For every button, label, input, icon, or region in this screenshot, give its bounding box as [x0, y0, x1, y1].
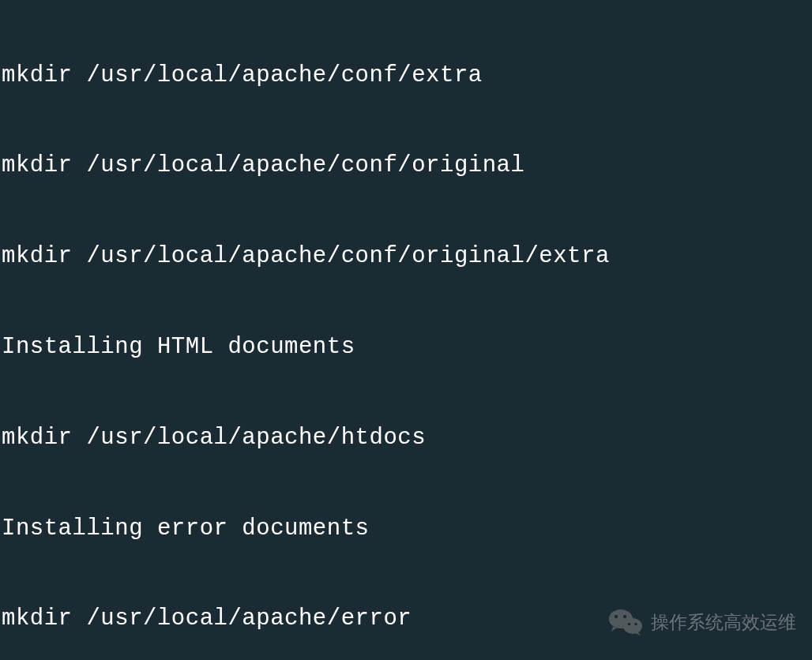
terminal-line: Installing HTML documents — [2, 332, 812, 362]
svg-point-5 — [634, 623, 637, 626]
svg-point-4 — [628, 623, 631, 626]
svg-point-2 — [623, 615, 626, 618]
terminal-line: mkdir /usr/local/apache/htdocs — [2, 423, 812, 453]
terminal-line: mkdir /usr/local/apache/conf/original/ex… — [2, 242, 812, 272]
wechat-icon — [608, 608, 643, 636]
svg-point-1 — [615, 615, 618, 618]
terminal-line: mkdir /usr/local/apache/conf/extra — [2, 61, 812, 91]
watermark-text: 操作系统高效运维 — [651, 610, 796, 634]
terminal-line: mkdir /usr/local/apache/conf/original — [2, 151, 812, 181]
watermark: 操作系统高效运维 — [608, 608, 796, 636]
terminal-line: Installing error documents — [2, 514, 812, 544]
terminal-output: mkdir /usr/local/apache/conf/extra mkdir… — [2, 0, 812, 660]
svg-point-3 — [623, 618, 642, 634]
